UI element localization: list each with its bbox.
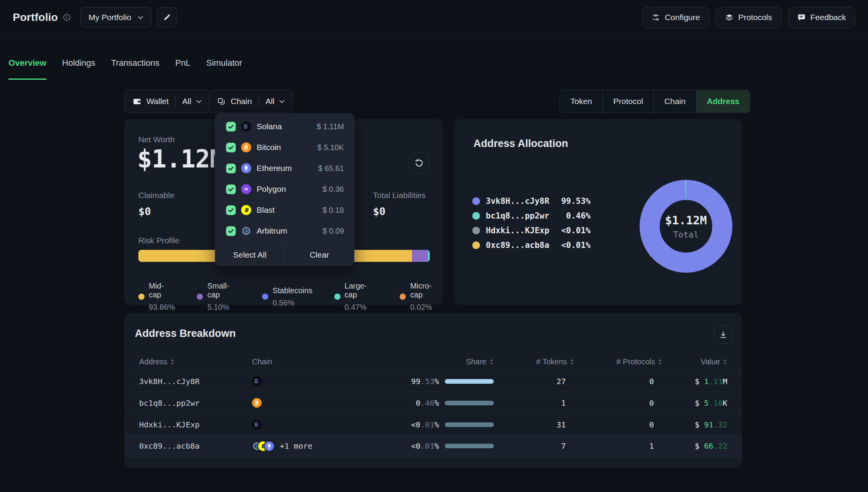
wallet-filter-label: Wallet [146, 97, 169, 106]
risk-legend-pct: 0.56% [272, 299, 312, 308]
view-chain[interactable]: Chain [654, 90, 696, 113]
feedback-button[interactable]: Feedback [788, 7, 855, 28]
table-row[interactable]: 3vk8H...cJy8R 99.53% 27 0 $ 1.11M [124, 370, 742, 392]
allocation-legend-item: 0xc89...acb8a <0.01% [472, 238, 591, 253]
checkbox-checked-icon[interactable] [226, 226, 236, 236]
polygon-icon: ∞ [241, 184, 251, 194]
top-actions: Configure Protocols Feedback [642, 7, 855, 28]
svg-text:∞: ∞ [244, 186, 248, 192]
tab-transactions[interactable]: Transactions [111, 58, 159, 80]
column-header-share[interactable]: Share [395, 357, 494, 366]
solana-icon [241, 121, 251, 132]
ethereum-icon [241, 163, 251, 173]
donut-center-label: Total [673, 230, 699, 239]
allocation-legend: 3vk8H...cJy8R 99.53% bc1q8...pp2wr 0.46%… [472, 194, 591, 253]
row-protocols: 0 [574, 398, 662, 408]
risk-legend-label: Small-cap [207, 282, 240, 299]
liabilities-block: Total Liabilities $0 [373, 191, 426, 217]
row-address: 0xc89...acb8a [139, 441, 252, 451]
row-chains [252, 420, 395, 429]
allocation-pct: <0.01% [561, 241, 591, 250]
checkbox-checked-icon[interactable] [226, 164, 236, 173]
row-protocols: 1 [574, 441, 662, 451]
table-body: 3vk8H...cJy8R 99.53% 27 0 $ 1.11M bc1q8.… [124, 370, 742, 457]
column-header-chain: Chain [252, 357, 395, 366]
chain-option-polygon[interactable]: ∞ Polygon $ 0.36 [215, 179, 354, 200]
column-header-protocols[interactable]: # Protocols [574, 357, 662, 366]
table-header: AddressChainShare# Tokens# ProtocolsValu… [124, 353, 742, 370]
bitcoin-icon: B [241, 142, 251, 152]
view-switcher: TokenProtocolChainAddress [560, 90, 750, 113]
tab-holdings[interactable]: Holdings [62, 58, 95, 80]
protocols-button[interactable]: Protocols [716, 7, 781, 28]
tab-pnl[interactable]: PnL [175, 58, 191, 80]
row-share: 0.46% [395, 398, 494, 408]
table-row[interactable]: Hdxki...KJExp <0.01% 31 0 $ 91.32 [124, 413, 742, 435]
column-header-address[interactable]: Address [139, 357, 252, 366]
legend-dot-icon [138, 294, 145, 300]
bitcoin-icon: B [252, 398, 262, 408]
edit-portfolio-button[interactable] [157, 7, 177, 27]
allocation-address: Hdxki...KJExp [486, 226, 549, 235]
row-address: Hdxki...KJExp [139, 420, 252, 429]
select-all-button[interactable]: Select All [215, 244, 284, 266]
chain-option-arbitrum[interactable]: Arbitrum $ 0.09 [215, 220, 354, 241]
legend-dot-icon [197, 294, 203, 300]
chain-option-solana[interactable]: Solana $ 1.11M [215, 116, 354, 137]
chain-filter-button[interactable]: Chain All [209, 90, 293, 113]
configure-icon [652, 13, 660, 22]
chain-option-value: $ 5.10K [317, 143, 344, 152]
row-tokens: 1 [494, 398, 574, 408]
chat-bubble-icon [797, 13, 806, 22]
allocation-pct: 0.46% [566, 211, 591, 220]
share-bar [445, 401, 494, 405]
chain-option-value: $ 1.11M [317, 122, 344, 131]
wallet-filter-button[interactable]: Wallet All [124, 90, 210, 113]
row-tokens: 7 [494, 441, 574, 451]
row-protocols: 0 [574, 420, 662, 429]
download-button[interactable] [714, 326, 732, 344]
allocation-address: bc1q8...pp2wr [486, 211, 549, 220]
row-tokens: 27 [494, 377, 574, 386]
legend-dot-icon [472, 212, 480, 220]
configure-label: Configure [665, 13, 700, 22]
column-header-value[interactable]: Value [662, 357, 727, 366]
sort-icon [489, 359, 494, 365]
table-row[interactable]: bc1q8...pp2wr B 0.46% 1 0 $ 5.10K [124, 392, 742, 413]
clear-button[interactable]: Clear [284, 244, 354, 266]
chevron-down-icon [279, 100, 285, 103]
tab-overview[interactable]: Overview [9, 58, 46, 80]
sort-icon [723, 359, 727, 365]
row-share: 99.53% [395, 377, 494, 386]
checkbox-checked-icon[interactable] [226, 122, 236, 132]
legend-dot-icon [472, 227, 480, 234]
risk-legend: Mid-cap 93.86% Small-cap 5.10% Stablecoi… [138, 282, 443, 312]
chain-option-blast[interactable]: B Blast $ 0.18 [215, 200, 354, 220]
divider [259, 96, 259, 106]
row-share: <0.01% [395, 441, 494, 451]
legend-dot-icon [472, 241, 480, 249]
liabilities-label: Total Liabilities [373, 191, 426, 200]
chain-option-ethereum[interactable]: Ethereum $ 65.61 [215, 158, 354, 179]
checkbox-checked-icon[interactable] [226, 184, 236, 194]
blast-icon: B [241, 205, 251, 215]
portfolio-app: Portfolio My Portfolio Configure Protoco… [0, 0, 868, 492]
configure-button[interactable]: Configure [642, 7, 709, 28]
checkbox-checked-icon[interactable] [226, 143, 236, 152]
chain-option-bitcoin[interactable]: B Bitcoin $ 5.10K [215, 137, 354, 158]
allocation-pct: <0.01% [561, 226, 591, 235]
breakdown-title: Address Breakdown [135, 328, 236, 340]
portfolio-selector[interactable]: My Portfolio [80, 7, 151, 27]
refresh-button[interactable] [409, 153, 429, 173]
view-token[interactable]: Token [560, 90, 603, 113]
chevron-down-icon [138, 16, 143, 19]
share-bar [445, 379, 494, 384]
tab-simulator[interactable]: Simulator [206, 58, 242, 80]
pencil-icon [163, 13, 171, 22]
table-row[interactable]: 0xc89...acb8a B+1 more <0.01% 7 1 $ 66.2… [124, 435, 742, 457]
chain-icon [217, 97, 226, 106]
view-protocol[interactable]: Protocol [603, 90, 654, 113]
column-header-tokens[interactable]: # Tokens [494, 357, 574, 366]
view-address[interactable]: Address [696, 90, 750, 113]
checkbox-checked-icon[interactable] [226, 205, 236, 215]
